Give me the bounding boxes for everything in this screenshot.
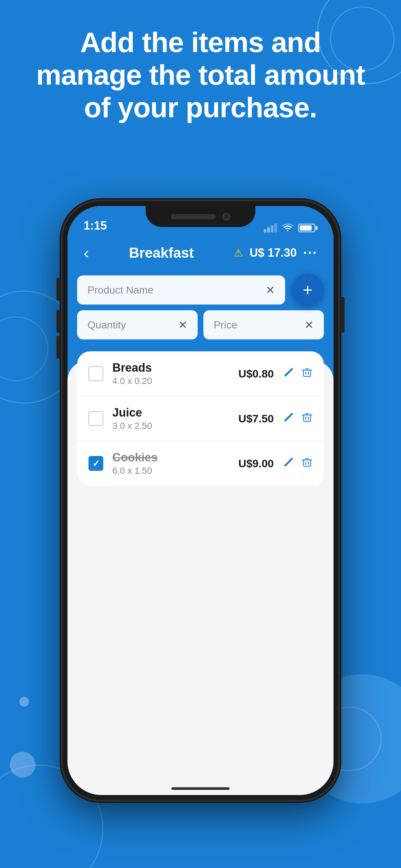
phone-frame: 1:15 [62, 200, 339, 801]
price-field[interactable]: Price ✕ [204, 310, 324, 339]
battery-icon [298, 224, 317, 232]
phone-wrapper: 1:15 [62, 200, 339, 801]
camera [222, 213, 230, 221]
quantity-field[interactable]: Quantity ✕ [77, 310, 197, 339]
quantity-clear-icon[interactable]: ✕ [178, 318, 187, 331]
product-name-field[interactable]: Product Name ✕ [77, 275, 285, 305]
price-clear-icon[interactable]: ✕ [305, 318, 313, 331]
wifi-icon [281, 223, 294, 232]
list-item: Juice 3.0 x 2.50 U$7.50 [77, 396, 324, 441]
home-indicator [172, 787, 229, 790]
delete-icon-breads[interactable] [302, 367, 312, 380]
delete-icon-cookies[interactable] [302, 457, 312, 470]
hero-text: Add the items and manage the total amoun… [0, 26, 401, 124]
product-name-clear-icon[interactable]: ✕ [266, 283, 275, 297]
input-row-qty-price: Quantity ✕ Price ✕ [77, 310, 324, 339]
speaker [171, 214, 216, 219]
svg-rect-0 [304, 370, 311, 376]
item-checkbox-cookies[interactable] [89, 456, 103, 471]
quantity-placeholder: Quantity [88, 319, 126, 331]
item-name-cookies: Cookies [112, 451, 238, 464]
nav-amount: U$ 17.30 [250, 246, 297, 259]
svg-rect-1 [304, 415, 311, 422]
item-price-juice: U$7.50 [238, 412, 274, 425]
item-price-cookies: U$9.00 [238, 457, 274, 470]
item-name-juice: Juice [112, 406, 238, 420]
input-section: Product Name ✕ + Quantity ✕ Price ✕ [77, 275, 324, 339]
status-icons [264, 223, 317, 232]
list-item: Cookies 6.0 x 1.50 U$9.00 [77, 441, 324, 486]
item-details-juice: 3.0 x 2.50 [112, 421, 238, 431]
bg-dot [19, 697, 29, 707]
price-placeholder: Price [214, 319, 237, 331]
edit-icon-juice[interactable] [283, 411, 295, 426]
item-name-breads: Breads [112, 361, 238, 375]
nav-bar: ‹ Breakfast ⚠ U$ 17.30 ··· [67, 237, 334, 269]
item-details-cookies: 6.0 x 1.50 [112, 466, 238, 476]
item-checkbox-breads[interactable] [89, 366, 103, 381]
notch [146, 206, 255, 227]
item-info-juice: Juice 3.0 x 2.50 [112, 406, 238, 431]
nav-title: Breakfast [129, 245, 194, 261]
item-checkbox-juice[interactable] [89, 411, 103, 426]
edit-icon-cookies[interactable] [283, 456, 295, 471]
input-row-product: Product Name ✕ + [77, 275, 324, 305]
item-details-breads: 4.0 x 0.20 [112, 376, 238, 386]
delete-icon-juice[interactable] [302, 412, 312, 425]
nav-right-section: ⚠ U$ 17.30 ··· [234, 245, 317, 260]
edit-icon-breads[interactable] [283, 367, 295, 381]
list-item: Breads 4.0 x 0.20 U$0.80 [77, 351, 324, 396]
product-name-placeholder: Product Name [88, 284, 154, 296]
status-time: 1:15 [84, 219, 107, 232]
items-list: Breads 4.0 x 0.20 U$0.80 [77, 351, 324, 486]
bg-circle-3 [10, 752, 35, 778]
item-info-cookies: Cookies 6.0 x 1.50 [112, 451, 238, 476]
phone-screen: 1:15 [67, 206, 334, 795]
more-options-button[interactable]: ··· [303, 245, 317, 260]
item-price-breads: U$0.80 [238, 368, 274, 380]
bg-arc-4 [0, 316, 49, 381]
item-info-breads: Breads 4.0 x 0.20 [112, 361, 238, 386]
add-button[interactable]: + [291, 274, 324, 306]
back-button[interactable]: ‹ [84, 244, 89, 262]
signal-icon [264, 223, 277, 232]
svg-rect-2 [304, 460, 311, 466]
warning-icon: ⚠ [234, 247, 243, 259]
